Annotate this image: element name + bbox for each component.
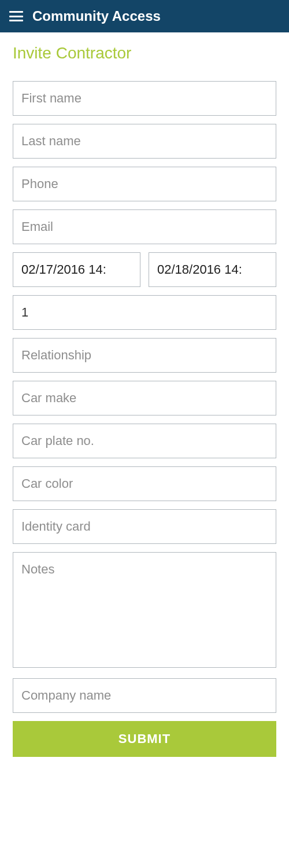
page-content: Invite Contractor SUBMIT bbox=[0, 32, 289, 768]
car-make-field[interactable] bbox=[13, 381, 276, 415]
date-row bbox=[13, 252, 276, 287]
page-title: Invite Contractor bbox=[13, 44, 276, 62]
identity-card-field[interactable] bbox=[13, 509, 276, 544]
app-header: Community Access bbox=[0, 0, 289, 32]
menu-icon[interactable] bbox=[9, 11, 23, 21]
first-name-field[interactable] bbox=[13, 81, 276, 116]
date-start-field[interactable] bbox=[13, 252, 140, 287]
app-title: Community Access bbox=[32, 8, 161, 24]
car-color-field[interactable] bbox=[13, 466, 276, 501]
car-plate-field[interactable] bbox=[13, 424, 276, 458]
relationship-field[interactable] bbox=[13, 338, 276, 373]
quantity-field[interactable] bbox=[13, 295, 276, 330]
submit-button[interactable]: SUBMIT bbox=[13, 721, 276, 757]
email-field[interactable] bbox=[13, 209, 276, 244]
phone-field[interactable] bbox=[13, 167, 276, 201]
last-name-field[interactable] bbox=[13, 124, 276, 159]
notes-field[interactable] bbox=[13, 552, 276, 668]
date-end-field[interactable] bbox=[149, 252, 276, 287]
company-name-field[interactable] bbox=[13, 678, 276, 713]
